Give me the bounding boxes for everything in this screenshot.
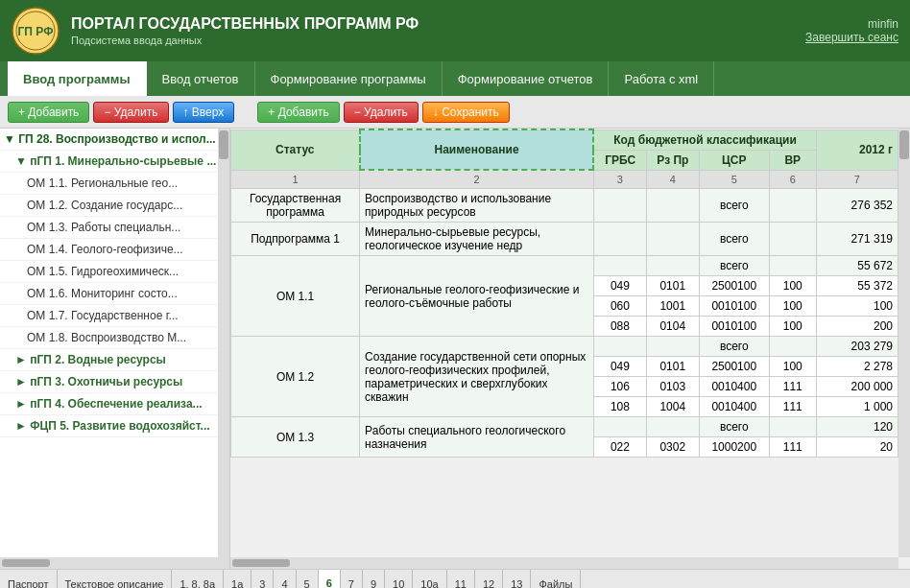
cell-status-om11: ОМ 1.1: [231, 256, 360, 337]
cell-vr: 111: [769, 377, 816, 397]
username: minfin: [868, 17, 898, 31]
cell-rzpr: [646, 256, 699, 276]
cell-year: 1 000: [816, 397, 898, 417]
add-right-button[interactable]: + Добавить: [257, 102, 339, 123]
tree-item-om16[interactable]: ОМ 1.6. Мониторинг состо...: [0, 283, 229, 305]
cell-rzpr: [646, 337, 699, 357]
cell-vr: 100: [769, 276, 816, 296]
th-grbs: ГРБС: [593, 150, 646, 170]
nav-item-formirovanie-programmy[interactable]: Формирование программы: [255, 61, 443, 96]
tree-item-pgp1[interactable]: ▼ пГП 1. Минерально-сырьевые ...: [0, 151, 229, 173]
tree-item-om11[interactable]: ОМ 1.1. Региональные гео...: [0, 173, 229, 195]
logout-link[interactable]: Завершить сеанс: [805, 31, 898, 44]
delete-left-button[interactable]: − Удалить: [93, 102, 168, 123]
cell-year: 100: [816, 296, 898, 317]
cell-grbs: 088: [593, 317, 646, 337]
tab-5[interactable]: 5: [297, 570, 319, 588]
cell-name-om11: Региональные геолого-геофизические и гео…: [360, 256, 594, 337]
tree-panel: ▼ ГП 28. Воспроизводство и испол... ▼ пГ…: [0, 129, 230, 569]
table-row: Государственная программа Воспроизводств…: [231, 189, 898, 223]
tree-item-fcp5[interactable]: ► ФЦП 5. Развитие водохозяйст...: [0, 415, 229, 437]
cell-vr: 111: [769, 397, 816, 417]
svg-text:ГП РФ: ГП РФ: [18, 25, 54, 38]
cell-csr: всего: [699, 417, 769, 437]
tab-9[interactable]: 9: [363, 570, 385, 588]
up-button[interactable]: ↑ Вверх: [173, 102, 235, 123]
toolbar: + Добавить − Удалить ↑ Вверх + Добавить …: [0, 96, 910, 129]
nav-item-rabota-xml[interactable]: Работа с xml: [609, 61, 714, 96]
nav-item-formirovanie-otchetov[interactable]: Формирование отчетов: [443, 61, 610, 96]
tree-item-om17[interactable]: ОМ 1.7. Государственное г...: [0, 305, 229, 327]
tab-13[interactable]: 13: [503, 570, 531, 588]
cell-rzpr: 0103: [646, 377, 699, 397]
tree-item-om15[interactable]: ОМ 1.5. Гидрогеохимическ...: [0, 261, 229, 283]
table-row: ОМ 1.3 Работы специального геологическог…: [231, 417, 898, 437]
tab-11[interactable]: 11: [447, 570, 475, 588]
tree-item-pgp4[interactable]: ► пГП 4. Обеспечение реализа...: [0, 393, 229, 415]
cell-grbs: 106: [593, 377, 646, 397]
cell-csr: всего: [699, 256, 769, 276]
tab-10[interactable]: 10: [385, 570, 413, 588]
cell-year: 276 352: [816, 189, 898, 223]
expand-icon3: ►: [15, 375, 30, 388]
table-container[interactable]: Статус Наименование Код бюджетной класси…: [230, 129, 910, 569]
col-num-vr: 6: [769, 170, 816, 189]
cell-vr: 100: [769, 296, 816, 317]
tree-item-om18[interactable]: ОМ 1.8. Воспроизводство М...: [0, 327, 229, 349]
tab-6[interactable]: 6: [319, 570, 341, 588]
tree-item-pgp3[interactable]: ► пГП 3. Охотничьи ресурсы: [0, 371, 229, 393]
expand-icon5: ►: [15, 419, 30, 433]
cell-vr: 111: [769, 437, 816, 458]
tab-4[interactable]: 4: [274, 570, 296, 588]
tree-item-gp28[interactable]: ▼ ГП 28. Воспроизводство и испол...: [0, 129, 229, 151]
cell-rzpr: 0101: [646, 276, 699, 296]
add-left-button[interactable]: + Добавить: [8, 102, 89, 123]
th-csr: ЦСР: [699, 150, 769, 170]
cell-rzpr: 1001: [646, 296, 699, 317]
tab-pasport[interactable]: Паспорт: [0, 570, 58, 588]
tab-188a[interactable]: 1, 8, 8а: [172, 570, 224, 588]
tab-7[interactable]: 7: [341, 570, 363, 588]
save-button[interactable]: ↓ Сохранить: [422, 102, 510, 123]
cell-rzpr: 0101: [646, 357, 699, 377]
cell-vr: [769, 417, 816, 437]
cell-vr: [769, 337, 816, 357]
delete-right-button[interactable]: − Удалить: [344, 102, 419, 123]
cell-vr: 100: [769, 357, 816, 377]
cell-name: Воспроизводство и использование природны…: [360, 189, 594, 223]
tab-textovoe[interactable]: Текстовое описание: [58, 570, 173, 588]
bottom-tabs: Паспорт Текстовое описание 1, 8, 8а 1а 3…: [0, 569, 910, 588]
tab-1a[interactable]: 1а: [224, 570, 251, 588]
tab-10a[interactable]: 10а: [413, 570, 446, 588]
cell-csr: 1000200: [699, 437, 769, 458]
data-table: Статус Наименование Код бюджетной класси…: [230, 129, 898, 458]
nav-item-vvod-otchetov[interactable]: Ввод отчетов: [147, 61, 255, 96]
expand-icon: ▼: [15, 154, 30, 168]
cell-grbs: 049: [593, 276, 646, 296]
th-status: Статус: [231, 129, 360, 170]
tree-item-pgp2[interactable]: ► пГП 2. Водные ресурсы: [0, 349, 229, 371]
cell-vr: 100: [769, 317, 816, 337]
cell-rzpr: [646, 417, 699, 437]
tab-faily[interactable]: Файлы: [531, 570, 581, 588]
cell-grbs: 060: [593, 296, 646, 317]
table-panel: Статус Наименование Код бюджетной класси…: [230, 129, 910, 569]
th-budget-code: Код бюджетной классификации: [593, 129, 816, 150]
tree-item-om14[interactable]: ОМ 1.4. Геолого-геофизиче...: [0, 239, 229, 261]
tree-item-om13[interactable]: ОМ 1.3. Работы специальн...: [0, 217, 229, 239]
th-name: Наименование: [360, 129, 594, 170]
cell-csr: 2500100: [699, 276, 769, 296]
cell-year: 203 279: [816, 337, 898, 357]
cell-csr: 2500100: [699, 357, 769, 377]
cell-status: Государственная программа: [231, 189, 360, 223]
tab-3[interactable]: 3: [251, 570, 274, 588]
header-right: minfin Завершить сеанс: [805, 17, 898, 44]
expand-icon2: ►: [15, 353, 30, 366]
cell-grbs: 108: [593, 397, 646, 417]
th-rzpr: Рз Пр: [646, 150, 699, 170]
tab-12[interactable]: 12: [475, 570, 503, 588]
nav-item-vvod-programmy[interactable]: Ввод программы: [8, 61, 147, 96]
col-num-status: 1: [231, 170, 360, 189]
cell-csr: 0010100: [699, 317, 769, 337]
tree-item-om12[interactable]: ОМ 1.2. Создание государс...: [0, 195, 229, 217]
